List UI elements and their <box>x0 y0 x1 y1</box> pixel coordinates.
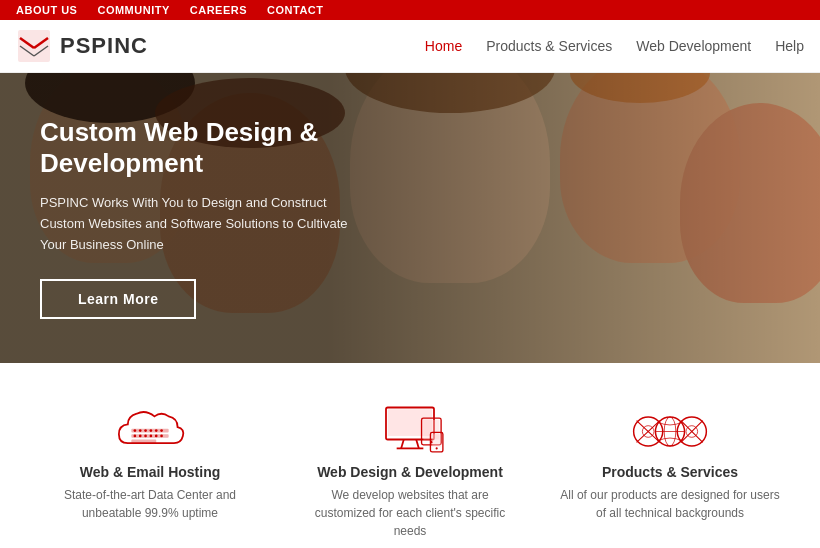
svg-point-19 <box>160 435 163 438</box>
svg-point-16 <box>160 429 163 432</box>
webdev-title: Web Design & Development <box>317 464 503 480</box>
logo[interactable]: PSPINC <box>16 28 148 64</box>
hero-content: Custom Web Design & Development PSPINC W… <box>0 73 400 363</box>
svg-point-12 <box>139 435 142 438</box>
hosting-title: Web & Email Hosting <box>80 464 221 480</box>
hero-subtitle: PSPINC Works With You to Design and Cons… <box>40 193 360 255</box>
hero-learn-more-button[interactable]: Learn More <box>40 279 196 319</box>
topbar-community[interactable]: COMMUNITY <box>97 4 169 16</box>
svg-point-9 <box>139 429 142 432</box>
svg-rect-29 <box>432 434 441 446</box>
main-nav: Home Products & Services Web Development… <box>425 38 804 54</box>
nav-webdev[interactable]: Web Development <box>636 38 751 54</box>
svg-point-15 <box>155 429 158 432</box>
hero-section: Custom Web Design & Development PSPINC W… <box>0 73 820 363</box>
svg-line-23 <box>416 440 419 449</box>
webdev-desc: We develop websites that are customized … <box>300 486 520 540</box>
logo-icon <box>16 28 52 64</box>
svg-point-13 <box>144 435 147 438</box>
top-bar: ABOUT US COMMUNITY CAREERS CONTACT <box>0 0 820 20</box>
svg-point-11 <box>134 435 137 438</box>
svg-rect-7 <box>131 440 156 444</box>
svg-point-14 <box>150 429 153 432</box>
svg-rect-0 <box>18 30 50 62</box>
hosting-desc: State-of-the-art Data Center and unbeata… <box>40 486 260 522</box>
svg-point-8 <box>134 429 137 432</box>
feature-hosting: Web & Email Hosting State-of-the-art Dat… <box>40 399 260 540</box>
svg-point-10 <box>144 429 147 432</box>
feature-webdev: Web Design & Development We develop webs… <box>300 399 520 540</box>
topbar-careers[interactable]: CAREERS <box>190 4 247 16</box>
products-icon <box>630 399 710 464</box>
svg-point-30 <box>436 447 438 449</box>
hero-title: Custom Web Design & Development <box>40 117 360 179</box>
svg-point-17 <box>150 435 153 438</box>
hosting-icon <box>110 399 190 464</box>
logo-text: PSPINC <box>60 33 148 59</box>
nav-help[interactable]: Help <box>775 38 804 54</box>
features-section: Web & Email Hosting State-of-the-art Dat… <box>0 363 820 548</box>
feature-products: Products & Services All of our products … <box>560 399 780 540</box>
nav-products[interactable]: Products & Services <box>486 38 612 54</box>
products-title: Products & Services <box>602 464 738 480</box>
webdev-icon <box>370 399 450 464</box>
topbar-about[interactable]: ABOUT US <box>16 4 77 16</box>
header: PSPINC Home Products & Services Web Deve… <box>0 20 820 73</box>
svg-point-18 <box>155 435 158 438</box>
topbar-contact[interactable]: CONTACT <box>267 4 323 16</box>
nav-home[interactable]: Home <box>425 38 462 54</box>
products-desc: All of our products are designed for use… <box>560 486 780 522</box>
svg-line-22 <box>401 440 404 449</box>
